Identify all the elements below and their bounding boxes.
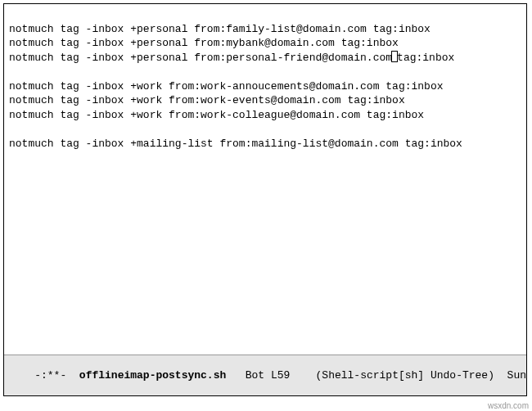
- modeline: -:**- offlineimap-postsync.sh Bot L59 (S…: [4, 355, 526, 395]
- buffer-line: [9, 65, 521, 79]
- buffer-line: notmuch tag -inbox +personal from:family…: [9, 22, 521, 37]
- editor-buffer[interactable]: notmuch tag -inbox +personal from:family…: [4, 4, 526, 355]
- modeline-status: -:**-: [34, 369, 66, 382]
- buffer-line: [9, 122, 521, 137]
- buffer-text: tag:inbox: [397, 52, 454, 64]
- buffer-line: [9, 7, 521, 22]
- modeline-line: L59: [271, 369, 290, 382]
- modeline-position: Bot: [246, 369, 264, 382]
- buffer-line: notmuch tag -inbox +personal from:person…: [9, 51, 521, 65]
- modeline-filename: offlineimap-postsync.sh: [79, 369, 226, 382]
- buffer-line: notmuch tag -inbox +personal from:mybank…: [9, 36, 521, 51]
- buffer-text: notmuch tag -inbox +personal from:person…: [9, 52, 392, 64]
- buffer-line: notmuch tag -inbox +work from:work-event…: [9, 93, 521, 108]
- modeline-modes: (Shell-script[sh] Undo-Tree): [316, 369, 494, 382]
- buffer-line: notmuch tag -inbox +mailing-list from:ma…: [9, 137, 521, 151]
- watermark: wsxdn.com: [488, 401, 529, 410]
- modeline-time: Sun F: [507, 369, 526, 382]
- buffer-line: notmuch tag -inbox +work from:work-annou…: [9, 79, 521, 94]
- editor-frame: notmuch tag -inbox +personal from:family…: [3, 3, 527, 396]
- buffer-line: notmuch tag -inbox +work from:work-colle…: [9, 108, 521, 123]
